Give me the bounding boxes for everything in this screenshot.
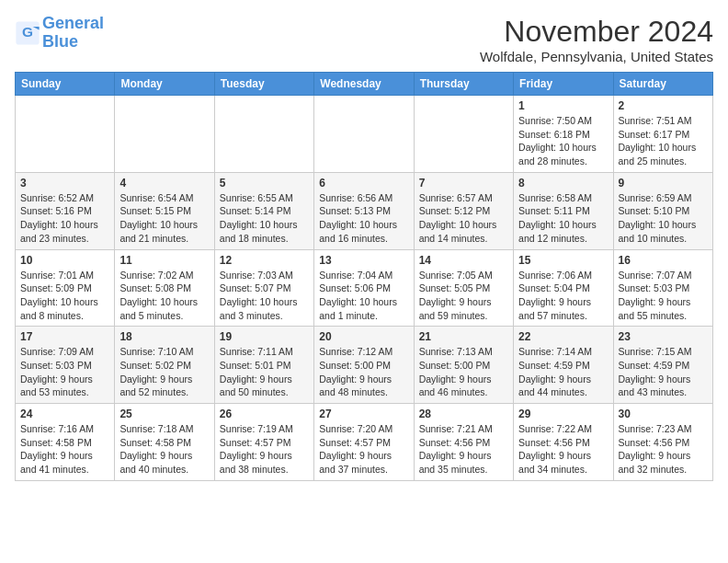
calendar-cell: 20Sunrise: 7:12 AM Sunset: 5:00 PM Dayli… [314, 327, 414, 404]
weekday-header-thursday: Thursday [414, 73, 513, 96]
calendar-cell: 28Sunrise: 7:21 AM Sunset: 4:56 PM Dayli… [414, 404, 513, 481]
page-header: G General Blue November 2024 Wolfdale, P… [15, 15, 713, 64]
day-number: 5 [220, 177, 309, 190]
calendar-cell [115, 96, 214, 173]
calendar-cell: 24Sunrise: 7:16 AM Sunset: 4:58 PM Dayli… [16, 404, 115, 481]
day-info: Sunrise: 6:59 AM Sunset: 5:10 PM Dayligh… [619, 191, 708, 246]
day-info: Sunrise: 7:22 AM Sunset: 4:56 PM Dayligh… [518, 422, 608, 477]
calendar-cell: 22Sunrise: 7:14 AM Sunset: 4:59 PM Dayli… [514, 327, 613, 404]
week-row-3: 10Sunrise: 7:01 AM Sunset: 5:09 PM Dayli… [16, 249, 713, 327]
day-info: Sunrise: 7:18 AM Sunset: 4:58 PM Dayligh… [119, 422, 209, 477]
day-info: Sunrise: 7:11 AM Sunset: 5:01 PM Dayligh… [220, 345, 309, 399]
day-number: 16 [619, 254, 708, 267]
day-info: Sunrise: 6:56 AM Sunset: 5:13 PM Dayligh… [319, 191, 408, 246]
day-info: Sunrise: 7:04 AM Sunset: 5:06 PM Dayligh… [319, 269, 408, 323]
logo-icon: G [15, 20, 40, 46]
day-info: Sunrise: 6:54 AM Sunset: 5:15 PM Dayligh… [119, 191, 209, 246]
day-info: Sunrise: 7:16 AM Sunset: 4:58 PM Dayligh… [20, 422, 109, 477]
day-info: Sunrise: 6:55 AM Sunset: 5:14 PM Dayligh… [220, 191, 309, 246]
day-number: 28 [419, 408, 508, 420]
day-info: Sunrise: 7:06 AM Sunset: 5:04 PM Dayligh… [518, 269, 608, 323]
day-number: 21 [419, 330, 508, 343]
logo-general: General [42, 14, 104, 32]
day-number: 24 [20, 408, 109, 420]
calendar-cell: 21Sunrise: 7:13 AM Sunset: 5:00 PM Dayli… [414, 327, 513, 404]
day-info: Sunrise: 6:52 AM Sunset: 5:16 PM Dayligh… [20, 191, 109, 246]
day-info: Sunrise: 7:51 AM Sunset: 6:17 PM Dayligh… [619, 114, 708, 168]
calendar-cell: 14Sunrise: 7:05 AM Sunset: 5:05 PM Dayli… [414, 249, 513, 327]
calendar-cell [314, 96, 414, 173]
day-number: 29 [518, 408, 608, 420]
day-info: Sunrise: 7:13 AM Sunset: 5:00 PM Dayligh… [419, 345, 508, 399]
calendar-cell: 6Sunrise: 6:56 AM Sunset: 5:13 PM Daylig… [314, 172, 414, 249]
weekday-header-tuesday: Tuesday [214, 73, 313, 96]
day-info: Sunrise: 6:57 AM Sunset: 5:12 PM Dayligh… [419, 191, 508, 246]
day-number: 17 [20, 330, 109, 343]
day-number: 14 [419, 254, 508, 267]
day-number: 23 [619, 330, 708, 343]
day-number: 20 [319, 330, 408, 343]
calendar-cell: 16Sunrise: 7:07 AM Sunset: 5:03 PM Dayli… [613, 249, 712, 327]
calendar-cell: 12Sunrise: 7:03 AM Sunset: 5:07 PM Dayli… [214, 249, 313, 327]
weekday-header-sunday: Sunday [16, 73, 115, 96]
calendar-cell: 25Sunrise: 7:18 AM Sunset: 4:58 PM Dayli… [115, 404, 214, 481]
day-number: 4 [119, 177, 209, 190]
day-number: 6 [319, 177, 408, 190]
calendar-cell: 4Sunrise: 6:54 AM Sunset: 5:15 PM Daylig… [115, 172, 214, 249]
day-info: Sunrise: 7:19 AM Sunset: 4:57 PM Dayligh… [220, 422, 309, 477]
day-number: 2 [619, 99, 708, 112]
calendar-cell [414, 96, 513, 173]
weekday-header-row: SundayMondayTuesdayWednesdayThursdayFrid… [16, 73, 713, 96]
calendar-cell: 11Sunrise: 7:02 AM Sunset: 5:08 PM Dayli… [115, 249, 214, 327]
logo: G General Blue [15, 15, 104, 52]
day-info: Sunrise: 7:09 AM Sunset: 5:03 PM Dayligh… [20, 345, 109, 399]
day-info: Sunrise: 6:58 AM Sunset: 5:11 PM Dayligh… [518, 191, 608, 246]
calendar-cell: 23Sunrise: 7:15 AM Sunset: 4:59 PM Dayli… [613, 327, 712, 404]
calendar-cell: 29Sunrise: 7:22 AM Sunset: 4:56 PM Dayli… [514, 404, 613, 481]
weekday-header-friday: Friday [514, 73, 613, 96]
calendar-cell: 7Sunrise: 6:57 AM Sunset: 5:12 PM Daylig… [414, 172, 513, 249]
weekday-header-saturday: Saturday [613, 73, 712, 96]
day-info: Sunrise: 7:21 AM Sunset: 4:56 PM Dayligh… [419, 422, 508, 477]
day-number: 1 [518, 99, 608, 112]
calendar-cell: 19Sunrise: 7:11 AM Sunset: 5:01 PM Dayli… [214, 327, 313, 404]
calendar-cell: 15Sunrise: 7:06 AM Sunset: 5:04 PM Dayli… [514, 249, 613, 327]
week-row-5: 24Sunrise: 7:16 AM Sunset: 4:58 PM Dayli… [16, 404, 713, 481]
day-number: 12 [220, 254, 309, 267]
calendar-cell: 3Sunrise: 6:52 AM Sunset: 5:16 PM Daylig… [16, 172, 115, 249]
calendar-cell: 10Sunrise: 7:01 AM Sunset: 5:09 PM Dayli… [16, 249, 115, 327]
calendar-cell: 9Sunrise: 6:59 AM Sunset: 5:10 PM Daylig… [613, 172, 712, 249]
day-number: 18 [119, 330, 209, 343]
week-row-1: 1Sunrise: 7:50 AM Sunset: 6:18 PM Daylig… [16, 96, 713, 173]
day-info: Sunrise: 7:03 AM Sunset: 5:07 PM Dayligh… [220, 269, 309, 323]
day-number: 27 [319, 408, 408, 420]
day-number: 11 [119, 254, 209, 267]
day-info: Sunrise: 7:23 AM Sunset: 4:56 PM Dayligh… [619, 422, 708, 477]
calendar-cell [214, 96, 313, 173]
calendar-cell: 26Sunrise: 7:19 AM Sunset: 4:57 PM Dayli… [214, 404, 313, 481]
week-row-4: 17Sunrise: 7:09 AM Sunset: 5:03 PM Dayli… [16, 327, 713, 404]
day-number: 15 [518, 254, 608, 267]
calendar-table: SundayMondayTuesdayWednesdayThursdayFrid… [15, 72, 713, 481]
day-number: 7 [419, 177, 508, 190]
location: Wolfdale, Pennsylvania, United States [480, 49, 713, 64]
weekday-header-wednesday: Wednesday [314, 73, 414, 96]
week-row-2: 3Sunrise: 6:52 AM Sunset: 5:16 PM Daylig… [16, 172, 713, 249]
day-info: Sunrise: 7:05 AM Sunset: 5:05 PM Dayligh… [419, 269, 508, 323]
calendar-cell: 2Sunrise: 7:51 AM Sunset: 6:17 PM Daylig… [613, 96, 712, 173]
day-info: Sunrise: 7:07 AM Sunset: 5:03 PM Dayligh… [619, 269, 708, 323]
day-info: Sunrise: 7:12 AM Sunset: 5:00 PM Dayligh… [319, 345, 408, 399]
day-number: 19 [220, 330, 309, 343]
calendar-cell: 18Sunrise: 7:10 AM Sunset: 5:02 PM Dayli… [115, 327, 214, 404]
day-info: Sunrise: 7:01 AM Sunset: 5:09 PM Dayligh… [20, 269, 109, 323]
day-info: Sunrise: 7:02 AM Sunset: 5:08 PM Dayligh… [119, 269, 209, 323]
title-area: November 2024 Wolfdale, Pennsylvania, Un… [480, 15, 713, 64]
month-title: November 2024 [480, 15, 713, 49]
day-number: 8 [518, 177, 608, 190]
calendar-cell: 1Sunrise: 7:50 AM Sunset: 6:18 PM Daylig… [514, 96, 613, 173]
day-number: 26 [220, 408, 309, 420]
logo-blue: Blue [42, 32, 78, 51]
calendar-cell: 17Sunrise: 7:09 AM Sunset: 5:03 PM Dayli… [16, 327, 115, 404]
day-number: 22 [518, 330, 608, 343]
weekday-header-monday: Monday [115, 73, 214, 96]
